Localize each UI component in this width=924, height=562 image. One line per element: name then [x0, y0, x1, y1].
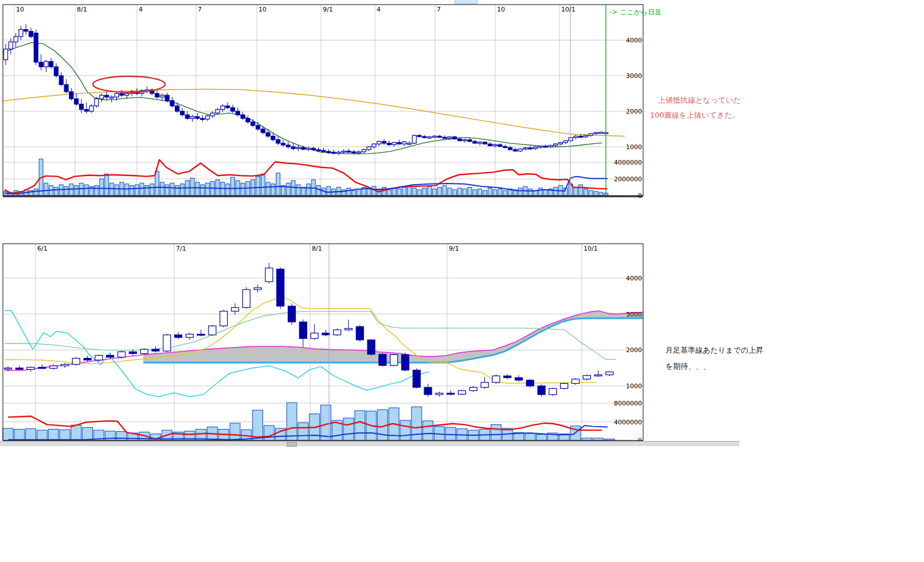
candle-body	[447, 393, 455, 395]
volume-bar	[422, 188, 426, 196]
window-edge-artifact	[455, 0, 477, 4]
candle-body	[424, 388, 432, 395]
volume-bar	[463, 189, 467, 196]
candle-body	[428, 137, 432, 138]
candle-body	[345, 329, 353, 330]
volume-bar	[525, 434, 535, 440]
volume-bar	[190, 178, 194, 196]
candle-body	[277, 269, 284, 306]
x-tick-label: 9/1	[323, 6, 333, 13]
candle-body	[236, 111, 240, 115]
volume-bar	[412, 188, 416, 196]
candle-body	[155, 93, 159, 97]
volume-bar	[291, 181, 295, 196]
volume-bar	[140, 183, 144, 196]
scrollbar-thumb[interactable]	[287, 442, 297, 447]
volume-bar	[276, 173, 280, 196]
candle-body	[352, 152, 356, 153]
candle-body	[27, 367, 34, 369]
volume-bar	[493, 190, 497, 196]
volume-bar	[69, 184, 73, 196]
volume-bar	[100, 179, 104, 196]
volume-bar	[264, 426, 275, 440]
stock-charts-canvas[interactable]: 108/147109/1471010/140003000200010004000…	[0, 0, 924, 562]
candle-body	[84, 110, 88, 111]
candle-body	[528, 148, 533, 149]
volume-bar	[155, 171, 159, 196]
volume-bar	[130, 186, 134, 196]
candle-body	[468, 140, 472, 142]
candle-body	[120, 93, 124, 95]
candle-body	[50, 366, 57, 368]
candle-body	[109, 97, 113, 98]
candle-body	[311, 333, 318, 338]
x-tick-label: 8/1	[77, 6, 87, 13]
volume-bar	[537, 434, 547, 440]
candle-body	[327, 151, 331, 153]
volume-bar	[195, 182, 199, 196]
volume-bar	[443, 186, 447, 196]
volume-bar	[3, 428, 13, 440]
candle-body	[286, 145, 290, 147]
candle-body	[513, 150, 517, 151]
candle-body	[29, 32, 33, 37]
volume-bar	[355, 411, 365, 440]
candle-body	[251, 122, 255, 126]
volume-bar	[400, 420, 410, 440]
candle-body	[256, 126, 260, 129]
candle-body	[190, 116, 194, 118]
x-tick-label: 10	[259, 6, 267, 13]
candle-body	[508, 147, 512, 150]
volume-tick-label: 0	[638, 192, 642, 200]
volume-tick-label: 4000000	[614, 419, 642, 426]
resistance-note-line2: 100週線を上抜いてきた。	[650, 111, 739, 119]
candle-body	[422, 136, 426, 138]
volume-bar	[37, 430, 48, 440]
x-tick-label: 10	[16, 6, 24, 13]
volume-bar	[589, 190, 593, 196]
price-tick-label: 3000	[626, 311, 642, 318]
candle-body	[367, 147, 371, 150]
volume-bar	[458, 188, 462, 196]
candle-body	[61, 364, 69, 366]
volume-bar	[483, 190, 487, 196]
candle-body	[336, 152, 340, 153]
volume-bar	[206, 183, 210, 196]
candle-body	[390, 354, 398, 365]
volume-bar	[160, 182, 164, 196]
volume-bar	[64, 186, 68, 196]
candle-body	[515, 378, 523, 380]
price-tick-label: 4000	[626, 37, 642, 44]
candle-body	[594, 375, 602, 376]
volume-bar	[271, 184, 275, 196]
candle-body	[408, 143, 412, 145]
volume-bar	[34, 189, 38, 196]
candle-body	[72, 358, 80, 365]
candle-body	[538, 146, 542, 147]
volume-bar	[115, 185, 119, 196]
volume-bar	[453, 190, 457, 196]
volume-bar	[230, 423, 240, 440]
volume-bar	[488, 188, 492, 196]
candle-body	[210, 113, 214, 116]
volume-bar	[286, 183, 290, 196]
expectation-note-line2: を期待、、、	[665, 362, 710, 370]
volume-bar	[397, 189, 401, 196]
candle-body	[84, 358, 91, 360]
candle-body	[459, 391, 466, 394]
volume-bar	[75, 186, 79, 196]
candle-body	[599, 132, 603, 134]
candle-body	[453, 137, 457, 139]
candle-body	[504, 376, 511, 377]
volume-bar	[554, 188, 558, 196]
volume-bar	[503, 190, 507, 196]
horizontal-scrollbar[interactable]	[0, 441, 739, 446]
volume-bar	[473, 190, 477, 196]
candle-body	[95, 356, 103, 360]
x-tick-label: 10/1	[584, 245, 598, 252]
candle-body	[175, 335, 182, 337]
candle-body	[382, 142, 386, 143]
price-tick-label: 3000	[626, 72, 642, 80]
candle-body	[160, 95, 164, 97]
volume-bar	[116, 432, 127, 440]
